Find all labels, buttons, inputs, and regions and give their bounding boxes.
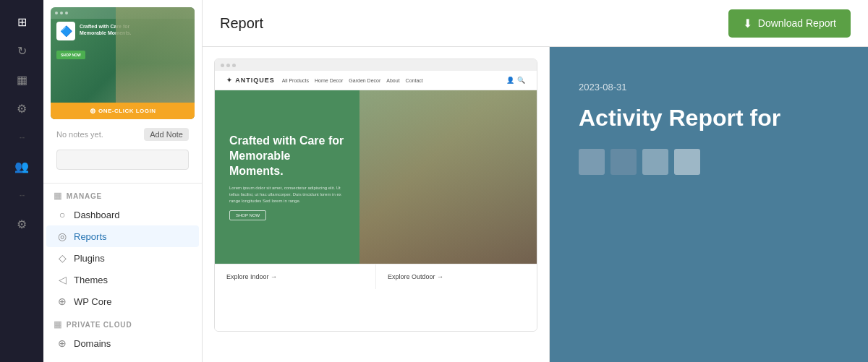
search-bar[interactable] bbox=[56, 150, 189, 170]
hero-overlay bbox=[359, 90, 537, 264]
hero-left: Crafted with Care for Memorable Moments.… bbox=[215, 90, 359, 264]
add-note-button[interactable]: Add Note bbox=[144, 128, 189, 141]
download-icon: ⬇ bbox=[743, 17, 752, 30]
report-panel: 2023-08-31 Activity Report for bbox=[550, 47, 868, 362]
main-header: Report ⬇ Download Report bbox=[203, 0, 868, 47]
sidebar-item-label: Plugins bbox=[74, 253, 105, 264]
color-block-1 bbox=[579, 149, 605, 175]
footer-link-outdoor[interactable]: Explore Outdoor → bbox=[376, 264, 537, 289]
wp-icon: ⊕ bbox=[90, 107, 96, 115]
refresh-icon[interactable]: ↻ bbox=[7, 38, 36, 64]
nav-link-products: All Products bbox=[282, 78, 309, 83]
sidebar-item-wp-core[interactable]: ⊕ WP Core bbox=[46, 290, 199, 312]
main-content: Report ⬇ Download Report ✦ ANTIQUES bbox=[203, 0, 868, 362]
people-icon[interactable]: 👥 bbox=[7, 153, 36, 179]
sidebar-item-themes[interactable]: ◁ Themes bbox=[46, 269, 199, 290]
sidebar-item-reports[interactable]: ◎ Reports bbox=[46, 225, 199, 247]
domains-icon: ⊕ bbox=[56, 337, 68, 349]
sidebar-item-label: Dashboard bbox=[74, 210, 120, 220]
manage-icon: ▦ bbox=[54, 191, 62, 201]
sidebar-item-label: Domains bbox=[74, 338, 111, 349]
main-body: ✦ ANTIQUES All Products Home Decor Garde… bbox=[203, 47, 868, 362]
hero-description: Lorem ipsum dolor sit amet, consectetur … bbox=[229, 185, 345, 204]
sidebar-item-label: Themes bbox=[74, 275, 108, 285]
reports-icon: ◎ bbox=[56, 230, 68, 242]
manage-section-label: ▦ MANAGE bbox=[43, 184, 202, 204]
preview-shop-btn: SHOP NOW bbox=[56, 51, 85, 59]
private-cloud-section-label: ▦ PRIVATE CLOUD bbox=[43, 312, 202, 332]
browser-dot-3 bbox=[232, 64, 236, 67]
site-footer-links: Explore Indoor → Explore Outdoor → bbox=[215, 264, 537, 289]
browser-dot-1 bbox=[221, 64, 224, 67]
browser-chrome bbox=[215, 59, 537, 71]
icon-bar: ⊞ ↻ ▦ ⚙ ··· 👥 ··· ⚙ bbox=[0, 0, 43, 362]
sidebar-item-label: WP Core bbox=[74, 296, 112, 307]
hero-title: Crafted with Care for Memorable Moments. bbox=[229, 134, 345, 178]
browser-dot-2 bbox=[226, 64, 230, 67]
report-color-blocks bbox=[579, 149, 839, 175]
sidebar-top: 🔷 Crafted with Care for Memorable Moment… bbox=[43, 0, 202, 184]
cart-icon: 🔍 bbox=[517, 77, 525, 84]
website-preview-panel: ✦ ANTIQUES All Products Home Decor Garde… bbox=[203, 47, 550, 362]
color-block-3 bbox=[642, 149, 668, 175]
themes-icon: ◁ bbox=[56, 274, 68, 285]
sidebar: 🔷 Crafted with Care for Memorable Moment… bbox=[43, 0, 203, 362]
sidebar-item-dashboard[interactable]: ○ Dashboard bbox=[46, 204, 199, 225]
site-nav-links: All Products Home Decor Garden Decor Abo… bbox=[282, 78, 499, 83]
user-icon: 👤 bbox=[506, 77, 514, 84]
cloud-icon: ▦ bbox=[54, 319, 62, 329]
sidebar-item-plugins[interactable]: ◇ Plugins bbox=[46, 247, 199, 269]
report-heading: Activity Report for bbox=[579, 104, 839, 132]
hero-shop-button[interactable]: SHOP NOW bbox=[229, 210, 266, 220]
settings2-icon[interactable]: ⚙ bbox=[7, 211, 36, 237]
site-nav-icons: 👤 🔍 bbox=[506, 77, 525, 84]
site-logo: ✦ ANTIQUES bbox=[226, 77, 275, 84]
dashboard-icon: ○ bbox=[56, 209, 68, 220]
site-preview-card[interactable]: 🔷 Crafted with Care for Memorable Moment… bbox=[51, 7, 195, 119]
more-icon-1[interactable]: ··· bbox=[7, 124, 36, 150]
website-preview-card: ✦ ANTIQUES All Products Home Decor Garde… bbox=[214, 59, 537, 332]
hero-right-image bbox=[359, 90, 537, 264]
settings-icon[interactable]: ⚙ bbox=[7, 95, 36, 121]
nav-link-home-decor: Home Decor bbox=[315, 78, 343, 83]
site-nav: ✦ ANTIQUES All Products Home Decor Garde… bbox=[215, 71, 537, 90]
report-date: 2023-08-31 bbox=[579, 82, 839, 92]
table-icon[interactable]: ▦ bbox=[7, 66, 36, 92]
website-body: ✦ ANTIQUES All Products Home Decor Garde… bbox=[215, 71, 537, 331]
grid-icon[interactable]: ⊞ bbox=[7, 9, 36, 35]
download-report-button[interactable]: ⬇ Download Report bbox=[728, 9, 851, 38]
color-block-4 bbox=[674, 149, 700, 175]
no-notes-label: No notes yet. bbox=[56, 130, 103, 139]
plugins-icon: ◇ bbox=[56, 252, 68, 264]
sidebar-item-label: Reports bbox=[74, 231, 107, 242]
one-click-login-btn[interactable]: ⊕ ONE-CLICK LOGIN bbox=[51, 103, 195, 119]
site-hero: Crafted with Care for Memorable Moments.… bbox=[215, 90, 537, 264]
sidebar-item-domains[interactable]: ⊕ Domains bbox=[46, 332, 199, 354]
nav-link-contact: Contact bbox=[406, 78, 423, 83]
nav-link-about: About bbox=[386, 78, 399, 83]
color-block-2 bbox=[610, 149, 637, 175]
nav-link-garden-decor: Garden Decor bbox=[349, 78, 380, 83]
page-title: Report bbox=[220, 15, 263, 32]
notes-bar: No notes yet. Add Note bbox=[51, 124, 195, 145]
preview-logo: 🔷 bbox=[56, 22, 75, 40]
wp-core-icon: ⊕ bbox=[56, 296, 68, 307]
more-icon-2[interactable]: ··· bbox=[7, 182, 36, 208]
footer-link-indoor[interactable]: Explore Indoor → bbox=[215, 264, 376, 289]
